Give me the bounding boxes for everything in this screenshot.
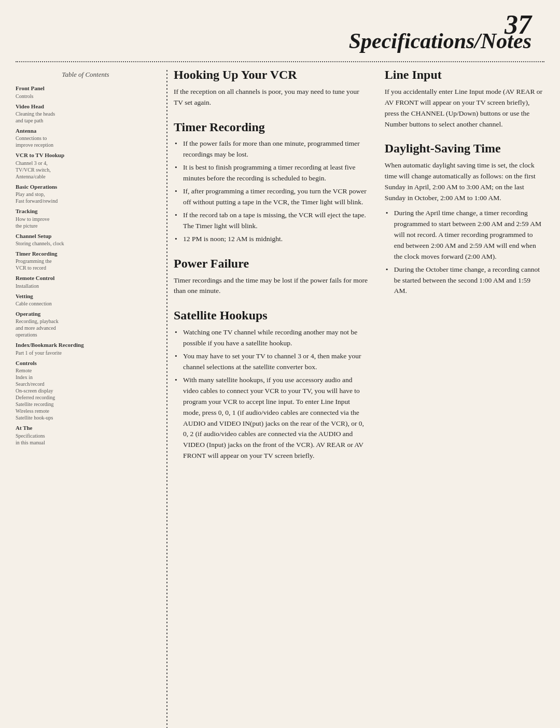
sidebar-item: Timer Recording Programming theVCR to re…	[16, 250, 156, 271]
sidebar-item: Antenna Connections toimprove reception	[16, 127, 156, 148]
list-item: Watching one TV channel while recording …	[174, 327, 369, 349]
section-hooking-up: Hooking Up Your VCR If the reception on …	[174, 67, 369, 108]
sidebar-item: Channel Setup Storing channels, clock	[16, 232, 156, 247]
power-failure-text: Timer recordings and the time may be los…	[174, 275, 369, 297]
list-item: It is best to finish programming a timer…	[174, 162, 369, 184]
sidebar-item: At The Specificationsin this manual	[16, 424, 156, 445]
satellite-hookups-heading: Satellite Hookups	[174, 308, 369, 323]
main-content: Hooking Up Your VCR If the reception on …	[174, 67, 544, 712]
section-power-failure: Power Failure Timer recordings and the t…	[174, 256, 369, 297]
vertical-divider	[164, 70, 170, 728]
sidebar-item: VCR to TV Hookup Channel 3 or 4,TV/VCR s…	[16, 151, 156, 179]
section-line-input: Line Input If you accidentally enter Lin…	[385, 67, 544, 130]
sidebar-item: Basic Operations Play and stop,Fast forw…	[16, 183, 156, 204]
list-item: During the October time change, a record…	[385, 264, 544, 297]
daylight-saving-heading: Daylight-Saving Time	[385, 141, 544, 156]
hooking-up-heading: Hooking Up Your VCR	[174, 67, 369, 82]
timer-recording-list: If the power fails for more than one min…	[174, 138, 369, 244]
sidebar-toc: Table of Contents Front Panel Controls V…	[16, 70, 156, 712]
satellite-hookups-list: Watching one TV channel while recording …	[174, 327, 369, 461]
line-input-heading: Line Input	[385, 67, 544, 82]
horizontal-rule	[16, 61, 544, 62]
line-input-text: If you accidentally enter Line Input mod…	[385, 87, 544, 130]
sidebar-item: Index/Bookmark Recording Part 1 of your …	[16, 341, 156, 356]
list-item: During the April time change, a timer re…	[385, 208, 544, 262]
sidebar-title: Table of Contents	[16, 70, 156, 79]
sidebar-item: Tracking How to improvethe picture	[16, 207, 156, 229]
hooking-up-text: If the reception on all channels is poor…	[174, 87, 369, 108]
daylight-saving-intro: When automatic daylight saving time is s…	[385, 160, 544, 204]
list-item: 12 PM is noon; 12 AM is midnight.	[174, 234, 369, 245]
page-title: Specifications/Notes	[349, 29, 531, 53]
section-timer-recording: Timer Recording If the power fails for m…	[174, 120, 369, 245]
page: 37 Specifications/Notes Table of Content…	[0, 0, 560, 728]
right-column: Line Input If you accidentally enter Lin…	[385, 67, 544, 473]
section-satellite-hookups: Satellite Hookups Watching one TV channe…	[174, 308, 369, 461]
left-column: Hooking Up Your VCR If the reception on …	[174, 67, 369, 473]
list-item: With many satellite hookups, if you use …	[174, 375, 369, 461]
daylight-saving-list: During the April time change, a timer re…	[385, 208, 544, 297]
sidebar-item: Video Head Cleaning the headsand tape pa…	[16, 103, 156, 124]
timer-recording-heading: Timer Recording	[174, 120, 369, 135]
sidebar-item: Vetting Cable connection	[16, 292, 156, 307]
sidebar-item: Operating Recording, playbackand more ad…	[16, 310, 156, 338]
section-daylight-saving: Daylight-Saving Time When automatic dayl…	[385, 141, 544, 297]
list-item: If the record tab on a tape is missing, …	[174, 210, 369, 232]
list-item: If, after programming a timer recording,…	[174, 186, 369, 208]
list-item: If the power fails for more than one min…	[174, 138, 369, 160]
sidebar-item: Controls RemoteIndex inSearch/recordOn-s…	[16, 359, 156, 421]
list-item: You may have to set your TV to channel 3…	[174, 351, 369, 373]
power-failure-heading: Power Failure	[174, 256, 369, 271]
sidebar-item: Front Panel Controls	[16, 85, 156, 99]
sidebar-item: Remote Control Installation	[16, 274, 156, 289]
